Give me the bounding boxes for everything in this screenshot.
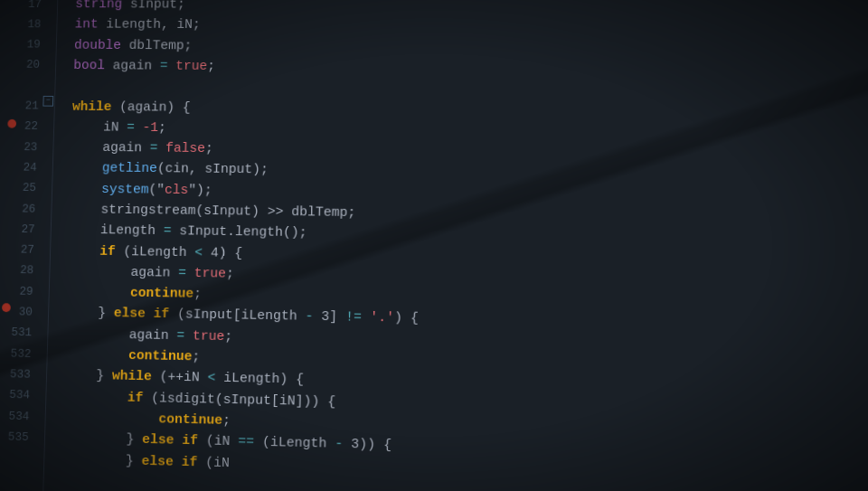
token-continue2: continue bbox=[128, 345, 193, 367]
editor-window: − 17 18 19 20 21 22 23 24 25 26 27 bbox=[0, 0, 868, 491]
token-brace: ) { bbox=[394, 308, 419, 330]
fold-marker[interactable]: − bbox=[42, 96, 53, 107]
token-sp12 bbox=[63, 386, 127, 409]
token-string: string bbox=[75, 0, 123, 14]
token-else3: } bbox=[62, 428, 142, 450]
line-num-29: 29 bbox=[0, 281, 42, 303]
token-system: system bbox=[101, 179, 149, 200]
token-sp6 bbox=[68, 241, 99, 261]
token-eq2: == bbox=[238, 431, 254, 453]
line-num-25: 25 bbox=[2, 178, 45, 199]
token-paren1: (" bbox=[148, 180, 165, 201]
token-again2: again bbox=[71, 137, 150, 159]
token-length: sInput.length(); bbox=[171, 222, 307, 244]
token-sp4 bbox=[71, 158, 102, 179]
code-content: string sInput; int iLength, iN; double d… bbox=[43, 0, 868, 491]
line-num-26: 26 bbox=[1, 198, 44, 219]
token-var: again bbox=[105, 56, 160, 77]
token-bool: bool bbox=[73, 55, 105, 76]
line-num-32: 532 bbox=[0, 343, 40, 364]
token-indent: iN bbox=[71, 117, 127, 137]
token-true2: true bbox=[194, 263, 227, 285]
token-sp8 bbox=[67, 282, 130, 304]
token-three2: 3)) { bbox=[343, 434, 392, 457]
token-three: 3] bbox=[313, 307, 345, 328]
token-cond: (iLength bbox=[115, 241, 194, 263]
code-line-18: int iLength, iN; bbox=[74, 14, 868, 39]
token-double: double bbox=[74, 35, 122, 56]
token-semi2: ; bbox=[158, 118, 166, 138]
token-true3: true bbox=[193, 326, 225, 347]
token-again4: again bbox=[65, 324, 176, 346]
line-num-27: 27 bbox=[1, 219, 44, 240]
token-int: int bbox=[74, 14, 99, 35]
token-false: false bbox=[165, 138, 205, 159]
token-semi3: ; bbox=[205, 138, 213, 159]
token-semi8: ; bbox=[222, 411, 231, 431]
line-num-34: 534 bbox=[0, 384, 39, 406]
token-var: dblTemp; bbox=[121, 35, 193, 56]
token-getline-args: (cin, sInput); bbox=[157, 159, 269, 181]
token-if2: if bbox=[127, 387, 144, 408]
token-dot: '.' bbox=[370, 307, 394, 329]
token-sinput: (sInput[iLength bbox=[169, 305, 306, 328]
token-again3: again bbox=[67, 261, 178, 284]
line-num-31: 531 bbox=[0, 323, 41, 345]
token-elseif3: else if bbox=[141, 450, 197, 473]
line-num-27b: 27 bbox=[0, 240, 43, 261]
token-ilength: iLength bbox=[69, 220, 164, 241]
token-semi5: ; bbox=[193, 284, 202, 305]
line-num-18: 18 bbox=[7, 14, 51, 35]
token-while: while bbox=[72, 97, 112, 118]
token-else2: } bbox=[64, 365, 112, 387]
token-semi4: ; bbox=[226, 264, 234, 285]
token-cls: cls bbox=[165, 180, 189, 201]
token-in: (iN bbox=[198, 431, 239, 453]
line-num-blank bbox=[5, 75, 49, 96]
line-num-17: 17 bbox=[7, 0, 50, 14]
token-semi6: ; bbox=[224, 326, 232, 347]
token-neg: -1 bbox=[142, 118, 158, 138]
token-else1: } bbox=[66, 303, 114, 325]
token-sp13 bbox=[63, 407, 159, 430]
token-semi: ; bbox=[207, 56, 215, 77]
line-num-33: 533 bbox=[0, 364, 40, 385]
token-var: iLength, iN; bbox=[98, 14, 201, 35]
line-num-23: 23 bbox=[3, 137, 46, 157]
token-paren2: "); bbox=[188, 180, 212, 201]
token-sp9 bbox=[362, 307, 370, 328]
token-elseif: else if bbox=[114, 304, 170, 326]
token-elseif2: else if bbox=[142, 430, 198, 452]
token-four: 4) { bbox=[203, 242, 243, 264]
line-num-24: 24 bbox=[3, 157, 46, 178]
token-sp11 bbox=[65, 345, 129, 366]
token-in2: (iN bbox=[197, 452, 238, 474]
token-true: true bbox=[175, 56, 208, 77]
token-inc: (++iN bbox=[152, 367, 208, 389]
line-num-19: 19 bbox=[6, 34, 50, 55]
token-continue3: continue bbox=[158, 409, 222, 431]
line-num-34b: 534 bbox=[0, 406, 38, 428]
line-num-28: 28 bbox=[0, 260, 42, 282]
line-num-35: 535 bbox=[0, 427, 38, 449]
token-sp5 bbox=[70, 179, 101, 200]
token-neq: != bbox=[345, 307, 362, 329]
token-while2: while bbox=[112, 366, 153, 388]
token-if: if bbox=[99, 241, 116, 262]
token-semi7: ; bbox=[192, 346, 200, 367]
token-continue: continue bbox=[130, 283, 194, 305]
code-editor: − 17 18 19 20 21 22 23 24 25 26 27 bbox=[0, 0, 868, 491]
token-again: (again) { bbox=[111, 97, 191, 118]
token-getline: getline bbox=[102, 158, 158, 179]
token-minus2: - bbox=[335, 434, 343, 456]
token-else4: } bbox=[61, 449, 141, 471]
token-ilength2: iLength) { bbox=[215, 368, 304, 391]
line-num-36 bbox=[0, 448, 37, 469]
line-num-20: 20 bbox=[5, 55, 49, 76]
line-num-21: 21 bbox=[5, 96, 48, 117]
token-var: sInput; bbox=[122, 0, 185, 15]
token-paren3: (iLength bbox=[254, 432, 335, 455]
